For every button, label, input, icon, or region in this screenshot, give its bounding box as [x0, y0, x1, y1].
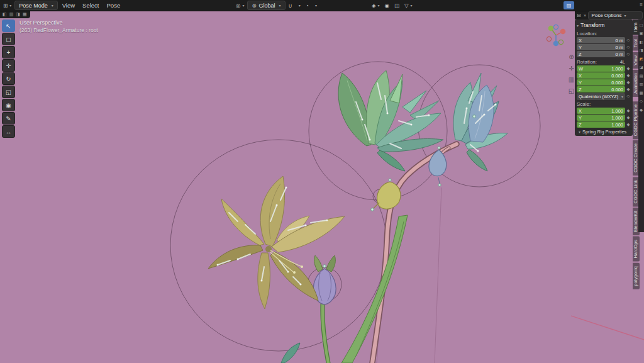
decorate-icon[interactable]: ◇: [626, 38, 631, 43]
menu-pose[interactable]: Pose: [104, 2, 124, 9]
tab-hardops[interactable]: HardOps: [633, 237, 640, 262]
tool-setting-icon-1[interactable]: ◧: [3, 12, 7, 17]
properties-tab-icon[interactable]: ◧: [639, 40, 643, 45]
decorate-icon[interactable]: ◇: [626, 52, 631, 57]
rotation-z-field[interactable]: Z0.000: [577, 86, 625, 92]
tool-transform-button[interactable]: ◉: [2, 99, 15, 111]
decorate-icon[interactable]: ◆: [626, 115, 631, 120]
rotation-x-field[interactable]: X0.000: [577, 72, 625, 79]
menu-view[interactable]: View: [59, 2, 78, 9]
show-gizmo-button[interactable]: ◈ ▾: [370, 1, 382, 9]
rotation-mode-row: Quaternion (WXYZ) ▾ ◇: [577, 93, 631, 99]
grid-icon[interactable]: ⊟: [576, 13, 582, 18]
tool-setting-icon-2[interactable]: ▥: [9, 12, 14, 17]
annotate-icon: ✎: [6, 115, 11, 122]
tab-item[interactable]: Item: [633, 20, 640, 35]
snap-toggle-button[interactable]: ∪: [287, 1, 294, 9]
location-z-field[interactable]: Z0 m: [577, 51, 625, 57]
pose-options-dropdown[interactable]: Pose Options ▾: [588, 11, 643, 20]
tool-cursor-button[interactable]: +: [2, 46, 15, 59]
viewport-info-overlay: User Perspective (263) RedFlower_Armatur…: [19, 20, 98, 33]
rotation-mode-dropdown[interactable]: Quaternion (WXYZ) ▾: [577, 93, 625, 100]
scale-x-row: X1.000 ◆: [577, 108, 631, 114]
decorate-icon[interactable]: ◇: [626, 45, 631, 50]
decorate-icon[interactable]: ◆: [626, 87, 631, 92]
proportional-edit-button[interactable]: ◔: [304, 1, 311, 9]
decorate-icon[interactable]: ◆: [626, 80, 631, 85]
scale-y-field[interactable]: Y1.000: [577, 114, 625, 121]
properties-tab-icon[interactable]: ▥: [639, 82, 643, 87]
tool-move-button[interactable]: ✛: [2, 59, 15, 72]
location-x-field[interactable]: X0 m: [577, 37, 625, 43]
pivot-point-button[interactable]: ◎ ▾: [234, 1, 246, 9]
tool-scale-button[interactable]: ◱: [2, 86, 15, 98]
tab-polygoniq[interactable]: polygoniq: [633, 263, 640, 289]
rotation-w-field[interactable]: W1.000: [577, 65, 625, 72]
properties-tab-icon[interactable]: ▣: [639, 31, 643, 36]
tool-setting-icon-3[interactable]: ◨: [16, 12, 20, 17]
transform-panel-header[interactable]: ▾ Transform: [577, 21, 631, 29]
tab-cgdc-create[interactable]: CGDC Create: [633, 140, 640, 176]
filter-button[interactable]: ▽ ▾: [402, 1, 414, 9]
rotation-label: Rotation: 4L: [577, 59, 631, 65]
properties-tab-icon[interactable]: ◩: [639, 57, 643, 62]
tool-tweak-button[interactable]: ↖: [2, 20, 15, 32]
viewport-3d-scene[interactable]: [0, 0, 644, 363]
mode-dropdown[interactable]: Pose Mode ▾: [14, 1, 58, 10]
tool-measure-button[interactable]: ↔: [2, 125, 15, 138]
properties-tab-icon[interactable]: ◇: [640, 99, 643, 104]
tool-select-box-button[interactable]: ◻: [2, 33, 15, 45]
properties-tab-icon[interactable]: ▦: [639, 91, 643, 96]
chevron-down-icon: ▾: [378, 3, 380, 8]
sidebar-transform-panel: ▾ Transform Location: X0 m ◇ Y0 m ◇ Z0 m…: [575, 20, 633, 130]
decorate-icon[interactable]: ◇: [626, 94, 631, 99]
tab-tool[interactable]: Tool: [633, 36, 640, 51]
decorate-icon[interactable]: ◆: [626, 108, 631, 113]
properties-tab-icon[interactable]: ◨: [639, 48, 643, 53]
rotation-y-field[interactable]: Y0.000: [577, 79, 625, 86]
close-icon[interactable]: ×: [583, 13, 587, 18]
tool-setting-icon-4[interactable]: ▦: [23, 12, 27, 17]
neg-y-axis-handle[interactable]: [558, 40, 563, 44]
funnel-icon: ▽: [404, 3, 409, 9]
tool-rotate-button[interactable]: ↻: [2, 72, 15, 85]
y-axis-handle[interactable]: [548, 26, 554, 31]
spring-rig-panel-header[interactable]: ▾ Spring Rig Properties: [575, 128, 633, 136]
decorate-icon[interactable]: ◆: [626, 73, 631, 78]
globe-icon: ⊕: [252, 3, 256, 9]
tab-view[interactable]: View: [633, 52, 640, 69]
tab-animation[interactable]: Animation: [633, 70, 640, 97]
x-axis-handle[interactable]: [560, 29, 566, 35]
neg-z-axis-handle[interactable]: [553, 25, 558, 29]
xray-toggle-button[interactable]: ◫: [392, 1, 401, 9]
pose-options-row: ⊟ × Pose Options ▾: [575, 11, 644, 20]
active-editor-button[interactable]: ▤: [564, 1, 574, 9]
proportional-options-button[interactable]: ▾: [312, 1, 319, 9]
transform-icon: ◉: [6, 102, 11, 109]
tool-annotate-button[interactable]: ✎: [2, 112, 15, 125]
navigation-gizmo[interactable]: [543, 23, 569, 48]
location-y-field[interactable]: Y0 m: [577, 44, 625, 50]
properties-editor-icon[interactable]: ≡: [640, 2, 643, 8]
editor-type-button[interactable]: ⊞ ▾: [1, 1, 13, 9]
neg-x-axis-handle[interactable]: [547, 36, 551, 41]
decorate-icon[interactable]: ◆: [626, 122, 631, 127]
rotation-mode-badge[interactable]: 4L: [620, 59, 631, 65]
tab-blenderkit[interactable]: BlenderKit: [633, 208, 640, 235]
scale-z-field[interactable]: Z1.000: [577, 121, 625, 128]
menu-select[interactable]: Select: [79, 2, 102, 9]
decorate-icon[interactable]: ◆: [626, 66, 631, 71]
show-overlays-button[interactable]: ◉: [383, 1, 391, 9]
orientation-dropdown[interactable]: ⊕ Global ▾: [247, 1, 285, 10]
properties-tab-icon[interactable]: ◪: [639, 65, 643, 70]
properties-tab-icon[interactable]: ▢: [639, 23, 643, 28]
tab-cgdc-link[interactable]: CGDC Link: [633, 177, 640, 206]
tab-cgdc-pipeline[interactable]: CGDC Pipeline: [633, 101, 640, 139]
zoom-icon: ⊕: [569, 53, 574, 60]
sidebar-tab-strip: Item Tool View Animation CGDC Pipeline C…: [633, 20, 640, 289]
z-axis-handle[interactable]: [553, 41, 559, 47]
scale-x-field[interactable]: X1.000: [577, 108, 625, 114]
properties-tab-icon[interactable]: ◆: [640, 108, 643, 113]
snap-options-button[interactable]: ▾: [296, 1, 303, 9]
properties-tab-icon[interactable]: ▤: [639, 74, 643, 79]
